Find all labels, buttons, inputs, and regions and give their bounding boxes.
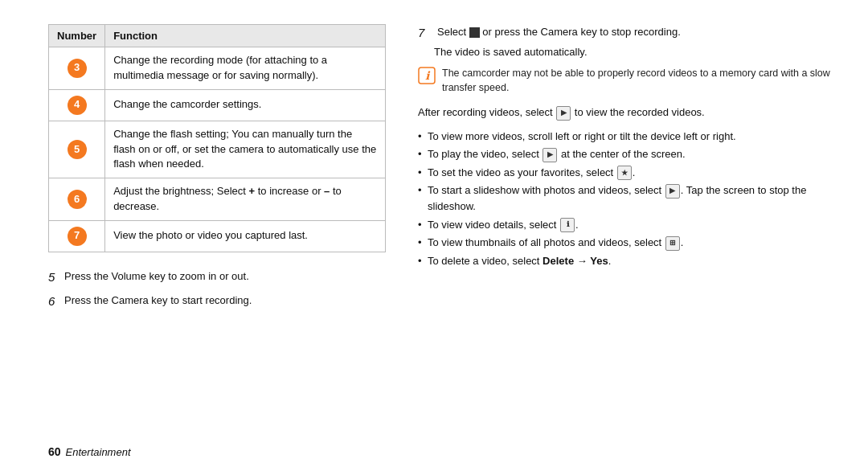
- step-7-line2: The video is saved automatically.: [418, 44, 836, 60]
- step-5-text: Press the Volume key to zoom in or out.: [64, 268, 386, 285]
- step-5: 5 Press the Volume key to zoom in or out…: [48, 268, 386, 287]
- note-text: The camcorder may not be able to properl…: [442, 66, 836, 95]
- row-badge: 7: [68, 227, 87, 246]
- left-column: Number Function 3Change the recording mo…: [48, 24, 386, 455]
- table-func-cell: Change the camcorder settings.: [105, 89, 386, 121]
- footer-page-number: 60: [48, 445, 61, 458]
- svg-text:ℹ: ℹ: [425, 70, 431, 82]
- row-badge: 4: [68, 96, 87, 115]
- table-func-cell: Adjust the brightness; Select + to incre…: [105, 178, 386, 221]
- step-6: 6 Press the Camera key to start recordin…: [48, 293, 386, 311]
- note-icon: ℹ: [418, 67, 436, 84]
- step-7-num: 7: [418, 24, 429, 43]
- row-badge: 5: [68, 140, 87, 159]
- step-7: 7 Select or press the Camera key to stop…: [418, 24, 836, 59]
- step-5-num: 5: [48, 268, 59, 287]
- bullet-4: To start a slideshow with photos and vid…: [418, 182, 836, 214]
- after-recording-text: After recording videos, select ▶ to view…: [418, 104, 836, 121]
- table-num-cell: 4: [49, 89, 105, 121]
- right-column: 7 Select or press the Camera key to stop…: [418, 24, 836, 455]
- bullet-1: To view more videos, scroll left or righ…: [418, 129, 836, 145]
- step-6-num: 6: [48, 293, 59, 311]
- slideshow-icon: ▶: [665, 184, 680, 199]
- step-7-line1: 7 Select or press the Camera key to stop…: [418, 24, 836, 43]
- row-badge: 6: [68, 190, 87, 209]
- col-header-number: Number: [49, 25, 105, 47]
- table-func-cell: Change the recording mode (for attaching…: [105, 47, 386, 90]
- note-box: ℹ The camcorder may not be able to prope…: [418, 66, 836, 95]
- table-num-cell: 6: [49, 178, 105, 221]
- play-center-icon: ▶: [542, 148, 557, 162]
- function-table: Number Function 3Change the recording mo…: [48, 24, 386, 252]
- details-icon: ℹ: [560, 218, 575, 232]
- footer-section-label: Entertainment: [66, 446, 131, 458]
- row-badge: 3: [68, 59, 87, 78]
- thumbnails-icon: ⊞: [665, 236, 680, 251]
- step-7-text1: Select or press the Camera key to stop r…: [437, 24, 681, 40]
- bullet-7: To delete a video, select Delete → Yes.: [418, 253, 836, 269]
- stop-icon: [469, 27, 480, 38]
- bullet-5: To view video details, select ℹ.: [418, 217, 836, 233]
- step-6-text: Press the Camera key to start recording.: [64, 293, 386, 309]
- table-func-cell: Change the flash setting; You can manual…: [105, 121, 386, 178]
- table-num-cell: 5: [49, 121, 105, 178]
- bullet-2: To play the video, select ▶ at the cente…: [418, 146, 836, 162]
- table-num-cell: 7: [49, 220, 105, 252]
- favorites-icon: ★: [617, 166, 632, 180]
- col-header-function: Function: [105, 25, 386, 47]
- bullet-list: To view more videos, scroll left or righ…: [418, 129, 836, 268]
- play-btn-icon: ▶: [556, 106, 571, 121]
- bullet-6: To view thumbnails of all photos and vid…: [418, 235, 836, 251]
- table-num-cell: 3: [49, 47, 105, 90]
- footer: 60 Entertainment: [48, 445, 131, 458]
- step-7-saved-text: The video is saved automatically.: [434, 46, 588, 58]
- bullet-3: To set the video as your favorites, sele…: [418, 165, 836, 181]
- table-func-cell: View the photo or video you captured las…: [105, 220, 386, 252]
